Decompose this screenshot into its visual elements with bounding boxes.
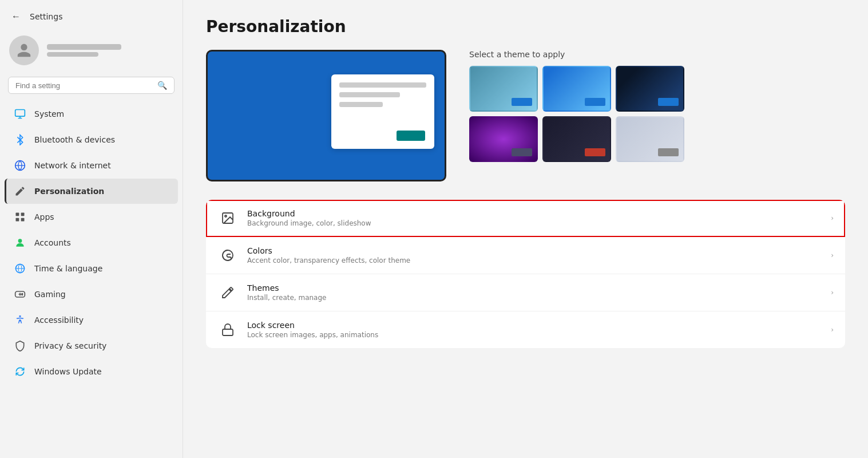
theme-card-6[interactable] [616,116,684,162]
theme-mini-btn-5 [585,148,605,156]
colors-chevron: › [831,251,834,259]
accessibility-icon [14,314,26,326]
user-info [47,44,121,57]
sidebar-item-label-apps: Apps [34,212,54,222]
sidebar-item-update[interactable]: Windows Update [5,359,178,384]
sidebar-item-label-personalization: Personalization [34,187,104,196]
theme-mini-btn-6 [658,148,679,156]
search-box[interactable]: 🔍 [8,77,175,94]
colors-name: Colors [247,246,822,255]
setting-item-themes[interactable]: Themes Install, create, manage › [206,274,845,311]
themes-text: Themes Install, create, manage [247,283,822,302]
lockscreen-chevron: › [831,326,834,334]
svg-rect-1 [16,213,19,216]
sidebar: ← Settings 🔍 System Bluetooth & [0,0,183,458]
settings-list: Background Background image, color, slid… [206,200,845,348]
svg-rect-14 [223,329,233,335]
update-icon [14,365,26,378]
svg-point-5 [18,239,22,243]
sidebar-item-label-privacy: Privacy & security [34,341,106,350]
svg-point-12 [225,215,227,217]
main-content: Personalization Select a theme to apply [183,0,868,458]
colors-desc: Accent color, transparency effects, colo… [247,256,822,264]
background-chevron: › [831,214,834,222]
colors-icon [217,245,238,266]
themes-name: Themes [247,283,822,293]
svg-rect-0 [15,110,25,117]
network-icon [14,159,26,172]
sidebar-item-bluetooth[interactable]: Bluetooth & devices [5,127,178,152]
theme-card-4[interactable] [469,116,538,162]
sidebar-item-time[interactable]: Time & language [5,256,178,281]
colors-text: Colors Accent color, transparency effect… [247,246,822,264]
gaming-icon [14,288,26,301]
themes-desc: Install, create, manage [247,294,822,302]
sidebar-item-system[interactable]: System [5,101,178,127]
theme-card-5[interactable] [542,116,611,162]
sidebar-item-gaming[interactable]: Gaming [5,282,178,307]
sidebar-item-apps[interactable]: Apps [5,204,178,230]
apps-icon [14,211,26,223]
time-icon [14,262,26,275]
theme-card-2[interactable] [542,66,611,112]
accounts-icon [14,236,26,249]
sidebar-item-network[interactable]: Network & internet [5,153,178,178]
setting-item-background[interactable]: Background Background image, color, slid… [206,200,845,237]
background-name: Background [247,209,822,218]
preview-button [397,131,425,141]
sidebar-item-privacy[interactable]: Privacy & security [5,333,178,358]
theme-mini-btn-1 [512,98,532,106]
sidebar-item-label-accounts: Accounts [34,238,71,247]
sidebar-item-label-network: Network & internet [34,161,111,170]
theme-preview [206,50,446,181]
themes-grid [469,66,845,162]
user-name-bar1 [47,44,121,50]
background-text: Background Background image, color, slid… [247,209,822,227]
personalization-icon [14,185,26,198]
themes-grid-section: Select a theme to apply [469,50,845,162]
background-desc: Background image, color, slideshow [247,219,822,227]
sidebar-nav: System Bluetooth & devices Network & int… [0,101,183,385]
setting-item-lockscreen[interactable]: Lock screen Lock screen images, apps, an… [206,311,845,348]
sidebar-item-label-gaming: Gaming [34,290,66,299]
sidebar-item-label-system: System [34,109,64,119]
page-title: Personalization [206,17,845,36]
theme-card-1[interactable] [469,66,538,112]
setting-item-colors[interactable]: Colors Accent color, transparency effect… [206,237,845,274]
svg-rect-3 [16,218,19,222]
sidebar-item-accessibility[interactable]: Accessibility [5,307,178,333]
svg-rect-4 [21,218,25,222]
search-icon: 🔍 [157,81,167,90]
search-input[interactable] [15,81,153,90]
avatar [9,35,39,65]
app-title: Settings [30,12,62,21]
privacy-icon [14,339,26,352]
themes-icon [217,282,238,303]
sidebar-item-label-bluetooth: Bluetooth & devices [34,135,115,144]
sidebar-header: ← Settings [0,0,183,29]
theme-mini-btn-3 [658,98,679,106]
user-section [0,29,183,72]
lockscreen-name: Lock screen [247,321,822,330]
theme-section: Select a theme to apply [206,50,845,181]
sidebar-item-personalization[interactable]: Personalization [5,179,178,204]
lockscreen-text: Lock screen Lock screen images, apps, an… [247,321,822,339]
preview-line-3 [339,102,383,107]
preview-line-1 [339,82,426,88]
themes-label: Select a theme to apply [469,50,845,59]
system-icon [14,108,26,120]
preview-line-2 [339,92,400,97]
sidebar-item-accounts[interactable]: Accounts [5,230,178,255]
svg-point-10 [19,315,21,317]
back-button[interactable]: ← [9,9,23,24]
svg-rect-2 [21,213,25,216]
theme-card-3[interactable] [616,66,684,112]
lockscreen-desc: Lock screen images, apps, animations [247,331,822,339]
themes-chevron: › [831,289,834,297]
theme-mini-btn-2 [585,98,605,106]
background-icon [217,208,238,228]
sidebar-item-label-accessibility: Accessibility [34,315,84,325]
lockscreen-icon [217,319,238,340]
sidebar-item-label-time: Time & language [34,264,102,273]
bluetooth-icon [14,133,26,146]
